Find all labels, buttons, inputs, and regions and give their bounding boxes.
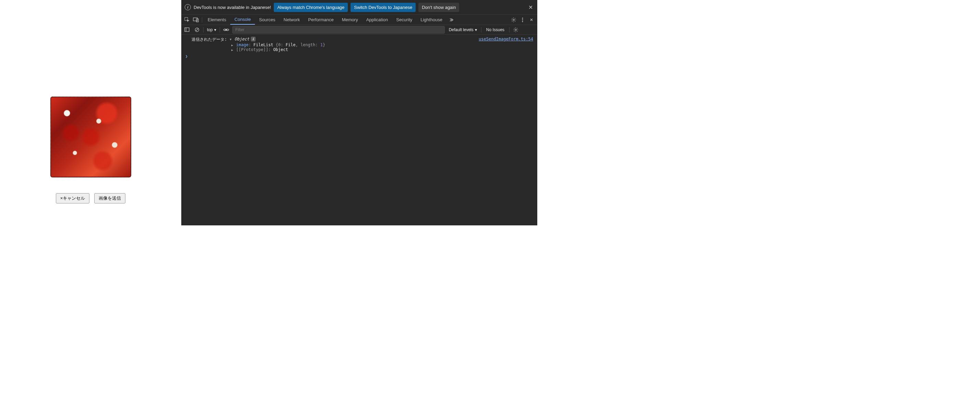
disclosure-triangle-icon[interactable] <box>229 36 233 41</box>
tab-memory[interactable]: Memory <box>338 15 362 25</box>
prompt-chevron-icon: ❯ <box>185 54 188 59</box>
tabbar: Elements Console Sources Network Perform… <box>181 15 537 25</box>
live-expression-icon[interactable] <box>222 26 230 34</box>
length-value: 1 <box>320 43 323 47</box>
devtools-pane: i DevTools is now available in Japanese!… <box>181 0 537 225</box>
console-toolbar: top ▾ Default levels ▾ No Issues <box>181 25 537 35</box>
svg-point-3 <box>513 19 514 20</box>
svg-rect-1 <box>193 18 197 21</box>
tab-network[interactable]: Network <box>280 15 304 25</box>
separator <box>220 27 220 33</box>
svg-rect-7 <box>185 28 189 32</box>
context-label: top <box>207 27 213 32</box>
info-badge-icon[interactable]: i <box>251 36 256 41</box>
tab-elements[interactable]: Elements <box>204 15 230 25</box>
disclosure-triangle-icon[interactable] <box>231 43 235 47</box>
button-row: ×キャンセル 画像を送信 <box>56 193 126 203</box>
dont-show-again-button[interactable]: Don't show again <box>418 3 459 12</box>
filter-input[interactable] <box>232 26 445 33</box>
console-settings-icon[interactable] <box>512 26 520 34</box>
filelist-label[interactable]: FileList <box>254 43 274 47</box>
infobar-text: DevTools is now available in Japanese! <box>194 5 271 10</box>
prototype-value: Object <box>273 47 288 52</box>
chevron-down-icon: ▾ <box>214 27 216 32</box>
kebab-menu-icon[interactable] <box>518 16 527 24</box>
prototype-key[interactable]: [[Prototype]] <box>236 47 268 52</box>
tab-application[interactable]: Application <box>362 15 392 25</box>
object-label[interactable]: Object <box>234 36 249 41</box>
info-icon: i <box>185 4 191 10</box>
console-prompt[interactable]: ❯ <box>181 53 537 60</box>
chevron-down-icon: ▾ <box>475 27 477 32</box>
tab-console[interactable]: Console <box>230 15 255 25</box>
cancel-button[interactable]: ×キャンセル <box>56 193 90 203</box>
levels-label: Default levels <box>449 27 474 32</box>
separator <box>203 27 204 33</box>
issues-count[interactable]: No Issues <box>484 27 507 32</box>
send-image-button[interactable]: 画像を送信 <box>94 193 126 203</box>
svg-point-4 <box>522 17 523 19</box>
svg-point-12 <box>515 29 516 30</box>
image-preview-dropzone[interactable] <box>50 97 131 178</box>
svg-line-10 <box>196 29 199 31</box>
svg-point-6 <box>522 21 523 22</box>
length-key: length <box>301 43 315 47</box>
console-body: 送信されたデータ: Object i image: FileList {0: F… <box>181 35 537 225</box>
file-class-label: File <box>286 43 296 47</box>
log-levels-selector[interactable]: Default levels ▾ <box>447 27 479 32</box>
inspect-element-icon[interactable] <box>183 16 191 24</box>
switch-to-japanese-button[interactable]: Switch DevTools to Japanese <box>350 3 416 12</box>
always-match-language-button[interactable]: Always match Chrome's language <box>274 3 348 12</box>
close-icon: ✕ <box>528 4 533 11</box>
tab-performance[interactable]: Performance <box>304 15 337 25</box>
tab-sources[interactable]: Sources <box>255 15 280 25</box>
infobar-close-button[interactable]: ✕ <box>527 4 534 11</box>
infobar: i DevTools is now available in Japanese!… <box>181 0 537 15</box>
property-key[interactable]: image <box>236 43 248 47</box>
separator <box>509 27 509 33</box>
device-toolbar-icon[interactable] <box>191 16 200 24</box>
execution-context-selector[interactable]: top ▾ <box>205 27 218 32</box>
disclosure-triangle-icon[interactable] <box>231 47 235 52</box>
log-label: 送信されたデータ: <box>191 36 227 43</box>
devtools-close-icon[interactable]: ✕ <box>527 16 536 24</box>
svg-point-5 <box>522 19 523 20</box>
tab-security[interactable]: Security <box>392 15 416 25</box>
settings-icon[interactable] <box>509 16 518 24</box>
clear-console-icon[interactable] <box>193 26 201 34</box>
toggle-sidebar-icon[interactable] <box>183 26 191 34</box>
more-tabs-icon[interactable] <box>447 16 455 24</box>
log-source-link[interactable]: useSendImageForm.ts:54 <box>479 36 533 52</box>
tab-lighthouse[interactable]: Lighthouse <box>416 15 447 25</box>
log-row: 送信されたデータ: Object i image: FileList {0: F… <box>181 36 537 53</box>
